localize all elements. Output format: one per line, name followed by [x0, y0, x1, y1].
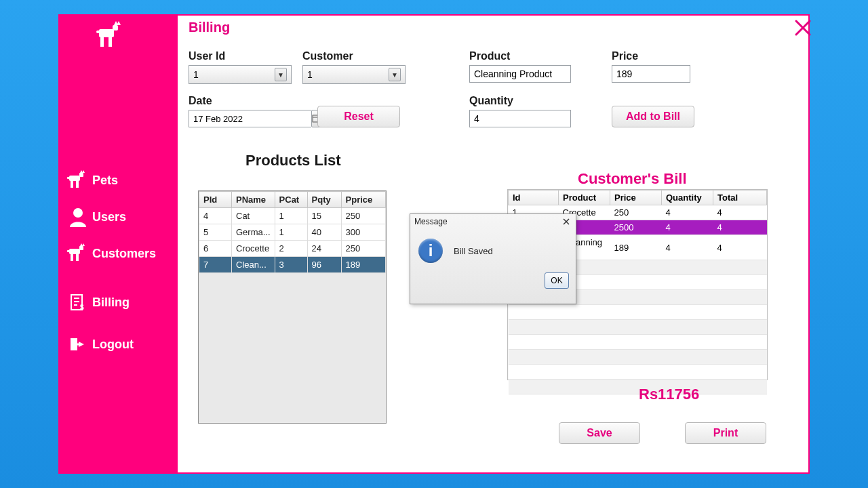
logout-icon: [64, 337, 92, 352]
col-pcat[interactable]: PCat: [275, 192, 307, 208]
cell: 2500: [610, 220, 662, 235]
svg-rect-17: [76, 254, 79, 261]
svg-marker-12: [82, 170, 85, 173]
sidebar-item-logout[interactable]: Logout: [60, 329, 178, 360]
cell: 250: [610, 205, 662, 220]
col-pname[interactable]: PName: [232, 192, 275, 208]
svg-rect-21: [67, 250, 70, 252]
svg-point-14: [73, 208, 83, 218]
svg-rect-7: [69, 176, 80, 181]
customer-label: Customer: [302, 50, 406, 62]
cell: 15: [307, 208, 341, 224]
col-pprice[interactable]: Pprice: [341, 192, 385, 208]
col-id[interactable]: Id: [509, 190, 559, 205]
col-quantity[interactable]: Quantity: [662, 190, 713, 205]
date-input[interactable]: [189, 110, 311, 127]
dialog-close-button[interactable]: [561, 216, 572, 227]
close-button[interactable]: [789, 14, 816, 41]
logo: [60, 20, 178, 60]
col-price[interactable]: Price: [610, 190, 662, 205]
col-total[interactable]: Total: [713, 190, 767, 205]
svg-rect-13: [67, 177, 70, 179]
col-product[interactable]: Product: [559, 190, 610, 205]
dialog-ok-button[interactable]: OK: [545, 272, 569, 289]
user-icon: [64, 207, 92, 227]
cell: 24: [307, 241, 341, 257]
save-button[interactable]: Save: [559, 422, 640, 444]
sidebar-item-label: Billing: [92, 296, 130, 310]
product-input[interactable]: [469, 65, 571, 83]
svg-rect-0: [99, 29, 114, 37]
user-id-select[interactable]: 1 ▼: [189, 65, 292, 84]
table-row-empty: [509, 350, 767, 365]
close-icon: [793, 18, 812, 37]
table-row[interactable]: 5Germa...140300: [199, 224, 386, 241]
date-label: Date: [189, 95, 290, 107]
table-row-empty: [509, 365, 767, 380]
cell: 4: [713, 235, 767, 260]
cell: Crocette: [232, 241, 275, 257]
pet-logo-icon: [94, 20, 125, 51]
sidebar-item-label: Logout: [92, 338, 134, 352]
svg-rect-29: [77, 344, 81, 346]
cell: Clean...: [232, 257, 275, 273]
table-row-empty: [509, 305, 767, 320]
cell: 250: [341, 208, 385, 224]
svg-marker-20: [82, 243, 85, 246]
customer-select[interactable]: 1 ▼: [302, 65, 406, 84]
cell: 1: [275, 208, 307, 224]
col-pqty[interactable]: Pqty: [307, 192, 341, 208]
products-table[interactable]: PId PName PCat Pqty Pprice 4Cat1152505Ge…: [198, 190, 387, 424]
svg-marker-5: [117, 21, 121, 25]
print-button[interactable]: Print: [685, 422, 766, 444]
date-picker[interactable]: [189, 110, 290, 127]
bill-heading: Customer's Bill: [578, 170, 687, 188]
user-id-value: 1: [193, 69, 199, 80]
table-row[interactable]: 6Crocette224250: [199, 241, 386, 257]
billing-icon: $: [64, 293, 92, 311]
page-title: Billing: [189, 20, 793, 39]
sidebar-item-billing[interactable]: $ Billing: [60, 285, 178, 319]
table-row-empty: [509, 320, 767, 335]
cell: 250: [341, 241, 385, 257]
dialog-titlebar[interactable]: Message: [410, 214, 576, 229]
cell: Cat: [232, 208, 275, 224]
quantity-input[interactable]: [469, 110, 571, 127]
chevron-down-icon: ▼: [275, 68, 287, 81]
sidebar-item-customers[interactable]: Customers: [60, 235, 178, 272]
cell: 2: [275, 241, 307, 257]
svg-rect-18: [79, 246, 83, 250]
svg-rect-8: [71, 181, 73, 188]
table-row[interactable]: 7Clean...396189: [199, 257, 386, 273]
cell: 5: [199, 224, 232, 241]
user-id-label: User Id: [189, 50, 292, 62]
cell: 189: [610, 235, 662, 260]
message-dialog: Message i Bill Saved OK: [410, 214, 576, 304]
sidebar-item-label: Pets: [92, 174, 118, 188]
pet-icon: [64, 243, 92, 264]
product-label: Product: [469, 50, 571, 62]
cell: 6: [199, 241, 232, 257]
svg-rect-1: [100, 37, 104, 47]
nav: Pets Users Customers $ Billing: [60, 60, 178, 360]
close-icon: [563, 218, 570, 225]
dialog-message: Bill Saved: [454, 246, 493, 256]
cell: 4: [662, 205, 713, 220]
sidebar-item-users[interactable]: Users: [60, 199, 178, 235]
chevron-down-icon: ▼: [389, 68, 401, 81]
price-input[interactable]: [612, 65, 690, 83]
cell: 96: [307, 257, 341, 273]
table-row-empty: [509, 335, 767, 350]
svg-rect-3: [113, 25, 118, 30]
dialog-title: Message: [414, 217, 448, 226]
reset-button[interactable]: Reset: [317, 106, 400, 127]
cell: 4: [713, 205, 767, 220]
cell: 4: [713, 220, 767, 235]
add-to-bill-button[interactable]: Add to Bill: [612, 106, 694, 127]
table-row[interactable]: 4Cat115250: [199, 208, 386, 224]
cell: 3: [275, 257, 307, 273]
sidebar-item-pets[interactable]: Pets: [60, 162, 178, 199]
customer-value: 1: [307, 69, 313, 80]
col-pid[interactable]: PId: [199, 192, 232, 208]
svg-rect-6: [96, 30, 100, 33]
